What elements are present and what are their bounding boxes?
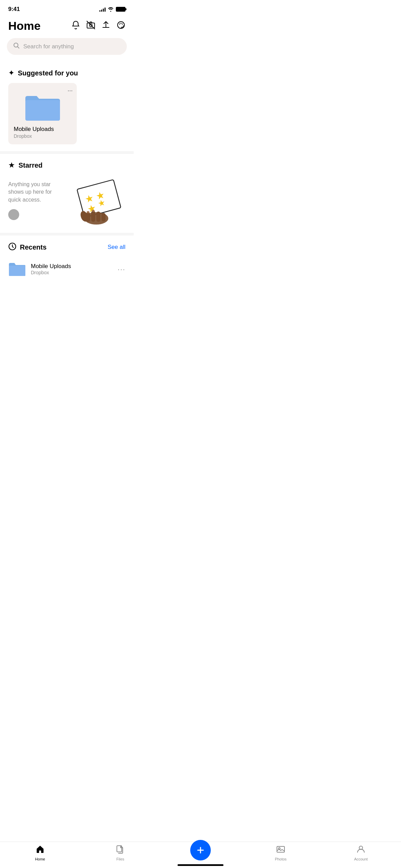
header-actions [71,21,125,32]
camera-off-icon[interactable] [86,21,95,32]
bell-icon[interactable] [71,21,80,32]
divider-2 [0,233,134,236]
status-icons [99,7,125,12]
starred-section: ★ Starred Anything you star shows up her… [0,154,134,233]
divider-1 [0,151,134,154]
suggested-folder-card[interactable]: ··· Mobile Uploads Dropbox [8,83,77,144]
stars-illustration: ★ ★ ★ ★ [67,178,125,226]
recents-section: Recents See all Mobile Uploads Dropbox ·… [0,236,134,288]
see-all-button[interactable]: See all [108,244,125,251]
recents-header: Recents See all [8,242,125,252]
search-bar[interactable]: Search for anything [7,38,127,55]
page-title: Home [8,19,40,33]
star-icon: ★ [8,161,15,170]
upload-icon[interactable] [101,21,110,32]
starred-title: Starred [19,161,42,169]
palette-icon[interactable] [117,21,125,32]
svg-point-19 [87,211,89,213]
status-time: 9:41 [8,6,20,13]
svg-point-4 [119,23,120,24]
folder-card-subtitle: Dropbox [14,133,71,139]
search-icon [13,42,20,51]
main-content: ✦ Suggested for you ··· Mobile Uploads D… [0,62,134,318]
svg-point-20 [92,210,95,212]
recents-title: Recents [20,243,47,251]
status-bar: 9:41 [0,0,134,16]
svg-point-6 [122,23,123,24]
starred-description: Anything you star shows up here for quic… [8,181,62,204]
suggested-title: Suggested for you [18,69,78,77]
search-placeholder: Search for anything [23,43,74,50]
battery-icon [116,7,125,12]
header: Home [0,16,134,38]
svg-rect-17 [101,213,106,221]
starred-text-block: Anything you star shows up here for quic… [8,175,62,220]
recents-item[interactable]: Mobile Uploads Dropbox ··· [8,257,125,281]
recents-folder-icon [8,262,26,277]
starred-header: ★ Starred [8,161,125,170]
recents-item-subtitle: Dropbox [31,270,113,275]
recents-item-menu[interactable]: ··· [118,265,125,273]
folder-card-name: Mobile Uploads [14,126,71,133]
folder-large-icon [24,92,61,121]
signal-icon [99,7,106,12]
svg-point-5 [121,23,122,24]
svg-rect-16 [96,212,100,222]
sparkle-icon: ✦ [8,69,14,77]
wifi-icon [108,7,114,12]
svg-rect-15 [91,211,95,222]
starred-empty-indicator [8,209,19,220]
recents-item-name: Mobile Uploads [31,263,113,270]
folder-card-menu-icon[interactable]: ··· [68,87,73,94]
starred-content: Anything you star shows up here for quic… [8,175,125,226]
search-container: Search for anything [0,38,134,62]
suggested-header: ✦ Suggested for you [8,69,125,77]
recents-item-info: Mobile Uploads Dropbox [31,263,113,275]
recents-icon [8,242,16,252]
suggested-section: ✦ Suggested for you ··· Mobile Uploads D… [0,62,134,151]
